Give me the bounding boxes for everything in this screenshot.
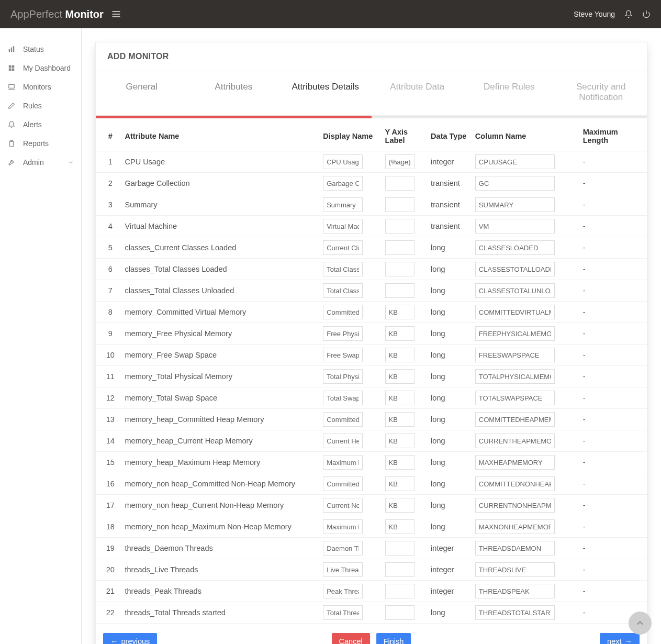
laptop-icon xyxy=(7,83,16,91)
display-name-input[interactable] xyxy=(323,391,363,405)
column-name-input[interactable] xyxy=(475,219,555,234)
sidebar-item-monitors[interactable]: Monitors xyxy=(0,77,81,96)
column-name-input[interactable] xyxy=(475,584,555,598)
column-name-input[interactable] xyxy=(475,326,555,341)
sidebar-item-reports[interactable]: Reports xyxy=(0,134,81,153)
power-icon[interactable] xyxy=(642,10,651,18)
tab-attribute-data[interactable]: Attribute Data xyxy=(372,71,464,115)
yaxis-label-input[interactable] xyxy=(385,476,414,491)
yaxis-label-input[interactable] xyxy=(385,605,414,620)
column-name-input[interactable] xyxy=(475,262,555,276)
column-name-input[interactable] xyxy=(475,369,555,384)
yaxis-label-input[interactable] xyxy=(385,305,414,319)
row-num: 22 xyxy=(96,602,121,624)
yaxis-label-input[interactable] xyxy=(385,562,414,577)
display-name-input[interactable] xyxy=(323,562,363,577)
row-num: 15 xyxy=(96,452,121,473)
yaxis-label-input[interactable] xyxy=(385,434,414,448)
column-name-input[interactable] xyxy=(475,541,555,556)
yaxis-label-input[interactable] xyxy=(385,498,414,513)
yaxis-label-input[interactable] xyxy=(385,262,414,276)
display-name-input[interactable] xyxy=(323,498,363,513)
display-name-input[interactable] xyxy=(323,541,363,556)
column-name-input[interactable] xyxy=(475,434,555,448)
tab-define-rules[interactable]: Define Rules xyxy=(463,71,555,115)
bell-icon[interactable] xyxy=(624,10,633,18)
column-name-input[interactable] xyxy=(475,348,555,362)
tab-security-and-notification[interactable]: Security and Notification xyxy=(555,71,647,115)
display-name-input[interactable] xyxy=(323,412,363,427)
yaxis-label-input[interactable] xyxy=(385,541,414,556)
display-name-input[interactable] xyxy=(323,197,363,212)
yaxis-label-input[interactable] xyxy=(385,519,414,534)
display-name-input[interactable] xyxy=(323,176,363,191)
progress-bar xyxy=(96,116,647,118)
display-name-input[interactable] xyxy=(323,262,363,276)
column-name-input[interactable] xyxy=(475,240,555,255)
finish-button[interactable]: Finish xyxy=(376,633,411,644)
next-button[interactable]: next → xyxy=(600,633,640,644)
yaxis-label-input[interactable] xyxy=(385,154,414,169)
previous-button[interactable]: ← previous xyxy=(103,633,157,644)
display-name-input[interactable] xyxy=(323,476,363,491)
sidebar-item-alerts[interactable]: Alerts xyxy=(0,115,81,134)
tab-attributes-details[interactable]: Attributes Details xyxy=(279,71,372,115)
display-name-input[interactable] xyxy=(323,605,363,620)
column-name-input[interactable] xyxy=(475,154,555,169)
tab-general[interactable]: General xyxy=(96,71,188,115)
maximum-length: - xyxy=(579,194,647,216)
display-name-input[interactable] xyxy=(323,519,363,534)
display-name-input[interactable] xyxy=(323,326,363,341)
sidebar-item-status[interactable]: Status xyxy=(0,40,81,59)
display-name-input[interactable] xyxy=(323,434,363,448)
yaxis-label-input[interactable] xyxy=(385,197,414,212)
display-name-input[interactable] xyxy=(323,154,363,169)
user-name[interactable]: Steve Young xyxy=(574,10,615,18)
yaxis-label-input[interactable] xyxy=(385,391,414,405)
display-name-input[interactable] xyxy=(323,348,363,362)
column-name-input[interactable] xyxy=(475,305,555,319)
column-name-input[interactable] xyxy=(475,391,555,405)
tab-attributes[interactable]: Attributes xyxy=(188,71,280,115)
column-name-input[interactable] xyxy=(475,519,555,534)
sidebar-item-label: Admin xyxy=(23,158,44,166)
yaxis-label-input[interactable] xyxy=(385,240,414,255)
column-name-input[interactable] xyxy=(475,283,555,298)
display-name-input[interactable] xyxy=(323,584,363,598)
svg-rect-10 xyxy=(12,69,15,71)
display-name-input[interactable] xyxy=(323,240,363,255)
sidebar-item-my-dashboard[interactable]: My Dashboard xyxy=(0,59,81,77)
yaxis-label-input[interactable] xyxy=(385,412,414,427)
column-name-input[interactable] xyxy=(475,455,555,470)
column-name-input[interactable] xyxy=(475,197,555,212)
yaxis-label-input[interactable] xyxy=(385,176,414,191)
display-name-input[interactable] xyxy=(323,455,363,470)
column-name-input[interactable] xyxy=(475,562,555,577)
hamburger-icon[interactable] xyxy=(111,9,121,19)
yaxis-label-input[interactable] xyxy=(385,584,414,598)
column-name-input[interactable] xyxy=(475,476,555,491)
display-name-input[interactable] xyxy=(323,369,363,384)
column-name-input[interactable] xyxy=(475,176,555,191)
row-num: 7 xyxy=(96,280,121,302)
yaxis-label-input[interactable] xyxy=(385,455,414,470)
sidebar-item-admin[interactable]: Admin xyxy=(0,153,81,172)
yaxis-label-input[interactable] xyxy=(385,219,414,234)
row-num: 1 xyxy=(96,151,121,173)
sidebar-item-rules[interactable]: Rules xyxy=(0,96,81,115)
yaxis-label-input[interactable] xyxy=(385,283,414,298)
data-type: long xyxy=(427,430,471,452)
table-row: 5classes_Current Classes Loadedlong- xyxy=(96,237,647,259)
brand-bold: Monitor xyxy=(65,8,104,20)
yaxis-label-input[interactable] xyxy=(385,369,414,384)
column-name-input[interactable] xyxy=(475,412,555,427)
scroll-to-top-button[interactable] xyxy=(629,612,652,635)
display-name-input[interactable] xyxy=(323,305,363,319)
cancel-button[interactable]: Cancel xyxy=(332,633,370,644)
yaxis-label-input[interactable] xyxy=(385,326,414,341)
yaxis-label-input[interactable] xyxy=(385,348,414,362)
column-name-input[interactable] xyxy=(475,605,555,620)
display-name-input[interactable] xyxy=(323,219,363,234)
display-name-input[interactable] xyxy=(323,283,363,298)
column-name-input[interactable] xyxy=(475,498,555,513)
